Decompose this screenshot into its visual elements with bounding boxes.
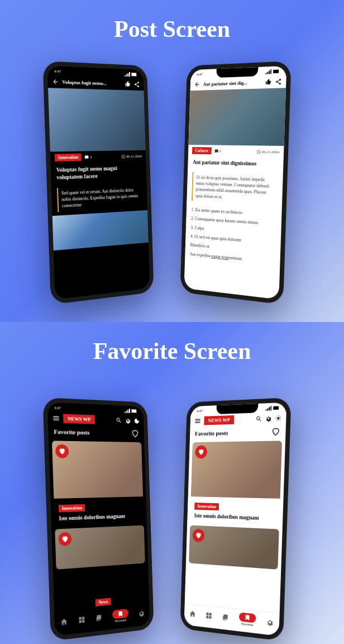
home-icon — [189, 609, 196, 618]
gear-icon[interactable] — [125, 417, 131, 424]
post-title: Aut pariatur sint dignissimos — [188, 156, 284, 171]
share-icon[interactable] — [275, 78, 281, 86]
category-badge[interactable]: Innovation — [194, 503, 219, 510]
home-icon — [60, 617, 68, 626]
panel-title-favorite: Favorite Screen — [93, 338, 251, 364]
nav-recent[interactable] — [222, 613, 229, 621]
screen-post-light: 4:47 Aut pariatur sint dig... Cul — [184, 66, 286, 300]
favorite-heart-badge[interactable] — [55, 444, 69, 458]
search-icon[interactable] — [116, 417, 122, 424]
card-body: Innovation Iste omnis doloribus magnam — [190, 496, 280, 527]
category-badge[interactable]: Innovation — [59, 504, 85, 513]
comments-meta[interactable]: 0 — [214, 149, 221, 153]
favorite-screen-panel: Favorite Screen 4:47 NEWS WP — [0, 322, 344, 644]
favorites-heading-row: Favorite posts — [190, 424, 286, 440]
bottom-nav: Favorites — [184, 603, 279, 636]
statusbar-icons — [265, 69, 280, 74]
back-icon[interactable] — [52, 78, 59, 86]
menu-icon[interactable] — [194, 417, 202, 425]
favorites-heading-row: Favorite posts — [48, 424, 144, 440]
bookmark-icon — [244, 614, 251, 621]
heart-outline-icon[interactable] — [271, 427, 280, 437]
gear-icon — [266, 618, 274, 627]
nav-settings[interactable] — [138, 609, 145, 618]
gear-icon[interactable] — [265, 415, 272, 422]
search-icon[interactable] — [255, 415, 262, 423]
nav-recent[interactable] — [95, 614, 103, 622]
card-title: Iste omnis doloribus magnam — [194, 512, 275, 522]
screen-fav-light: 4:47 NEWS WP — [184, 402, 286, 636]
heart-icon — [61, 535, 69, 543]
favorite-card[interactable]: Innovation Iste omnis doloribus magnam — [190, 441, 282, 527]
favorites-heading: Favorite posts — [54, 428, 89, 436]
post-date: 26-11-2024 — [261, 149, 279, 154]
nav-favorites[interactable]: Favorites — [112, 608, 129, 623]
category-badge[interactable]: News — [95, 598, 111, 607]
card-title: Iste omnis doloribus magnam — [59, 512, 140, 522]
svg-point-0 — [277, 417, 279, 419]
nav-settings[interactable] — [266, 618, 274, 627]
appbar-title: Aut pariatur sint dig... — [203, 79, 262, 87]
post-screen-panel: Post Screen 4:47 Voluptas fugit nemo... — [0, 0, 344, 322]
favorites-heading: Favorite posts — [195, 429, 228, 437]
bottom-nav: Favorites — [54, 603, 150, 636]
bookmark-icon — [117, 610, 123, 617]
thumbs-up-icon[interactable] — [125, 80, 131, 87]
moon-icon[interactable] — [133, 418, 140, 424]
panel-title-post: Post Screen — [114, 16, 230, 42]
nav-grid[interactable] — [78, 615, 85, 624]
statusbar-time: 4:47 — [197, 72, 203, 77]
appbar-title: Voluptas fugit nemo... — [62, 79, 122, 87]
back-icon[interactable] — [194, 81, 200, 88]
comments-meta[interactable]: 3 — [85, 155, 92, 159]
post-quote: Ut sit dicta quis possimus. Animi impedi… — [192, 172, 278, 205]
post-hero-image — [189, 88, 286, 146]
thumbs-up-icon[interactable] — [265, 78, 272, 86]
post-quote: Sed quam vel et rerum. Aut distinctio do… — [57, 184, 142, 212]
nav-favorites[interactable]: Favorites — [239, 612, 256, 627]
nav-home[interactable] — [60, 617, 68, 626]
sun-icon[interactable] — [275, 415, 281, 422]
statusbar-icons — [265, 405, 280, 410]
heart-outline-icon[interactable] — [131, 429, 140, 438]
favorite-card[interactable]: Innovation Iste omnis doloribus magnam — [52, 441, 144, 527]
menu-icon[interactable] — [52, 414, 60, 423]
favorite-card[interactable] — [189, 525, 279, 570]
statusbar-icons — [125, 409, 137, 414]
category-badge[interactable]: Innovation — [55, 154, 82, 162]
clock-icon — [256, 149, 261, 154]
favorite-card[interactable] — [55, 525, 145, 570]
nav-label: Favorites — [241, 622, 253, 627]
post-title: Voluptas fugit nemo magni voluptatem fac… — [51, 162, 147, 184]
heart-icon — [198, 448, 205, 456]
screen-post-dark: 4:47 Voluptas fugit nemo... Innov — [47, 66, 150, 300]
comments-count: 0 — [219, 149, 221, 153]
share-icon[interactable] — [133, 81, 140, 88]
phone-notch — [216, 67, 258, 78]
comments-count: 3 — [90, 155, 92, 159]
grid-icon — [78, 615, 85, 624]
phone-notch — [76, 67, 118, 78]
nav-home[interactable] — [189, 609, 196, 618]
brand-badge[interactable]: NEWS WP — [204, 415, 234, 425]
statusbar-time: 4:47 — [197, 409, 203, 413]
grid-icon — [205, 611, 212, 619]
phone-mockup-post-light: 4:47 Aut pariatur sint dig... Cul — [180, 61, 291, 305]
post-list: 1. Est nemo quam ex architecto 2. Conseq… — [185, 203, 282, 270]
phone-mockup-post-dark: 4:47 Voluptas fugit nemo... Innov — [42, 61, 154, 305]
card-body: Innovation Iste omnis doloribus magnam — [54, 496, 144, 527]
statusbar-icons — [125, 72, 137, 77]
comment-icon — [85, 155, 89, 159]
date-meta: 30-11-2024 — [121, 154, 142, 159]
screen-fav-dark: 4:47 NEWS WP — [47, 402, 150, 636]
phone-mockup-fav-dark: 4:47 NEWS WP — [42, 397, 154, 641]
nav-grid[interactable] — [205, 611, 212, 619]
date-meta: 26-11-2024 — [256, 149, 280, 154]
brand-badge[interactable]: NEWS WP — [63, 414, 95, 424]
nav-label: Favorites — [115, 618, 126, 622]
post-body-image — [52, 210, 149, 250]
post-date: 30-11-2024 — [126, 154, 142, 158]
category-badge[interactable]: Culture — [192, 147, 211, 154]
heart-icon — [58, 447, 66, 456]
phone-notch — [76, 404, 118, 414]
